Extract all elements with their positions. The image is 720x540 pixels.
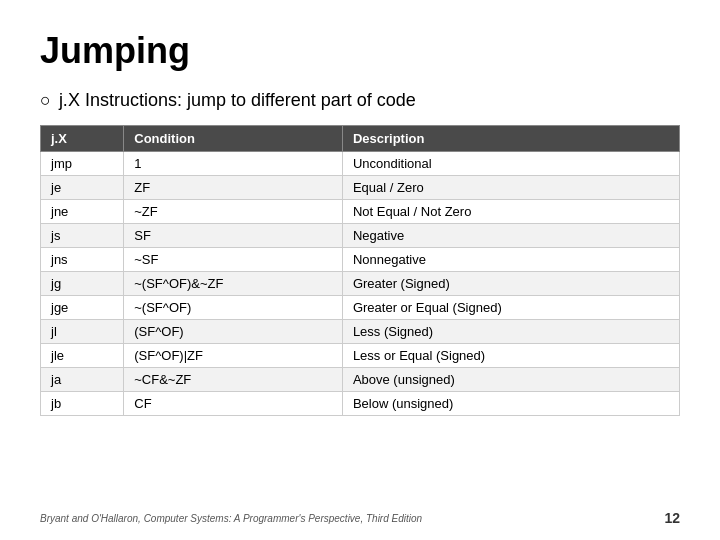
table-row: jg~(SF^OF)&~ZFGreater (Signed) xyxy=(41,272,680,296)
table-cell: (SF^OF) xyxy=(124,320,343,344)
table-cell: Nonnegative xyxy=(342,248,679,272)
table-cell: jb xyxy=(41,392,124,416)
table-cell: Above (unsigned) xyxy=(342,368,679,392)
table-cell: SF xyxy=(124,224,343,248)
table-cell: jge xyxy=(41,296,124,320)
table-cell: ~SF xyxy=(124,248,343,272)
jump-table: j.X Condition Description jmp1Unconditio… xyxy=(40,125,680,416)
table-cell: Greater (Signed) xyxy=(342,272,679,296)
footer-page-number: 12 xyxy=(664,510,680,526)
table-row: jbCFBelow (unsigned) xyxy=(41,392,680,416)
col-header-description: Description xyxy=(342,126,679,152)
table-cell: ~CF&~ZF xyxy=(124,368,343,392)
table-row: jeZFEqual / Zero xyxy=(41,176,680,200)
table-cell: 1 xyxy=(124,152,343,176)
table-cell: Below (unsigned) xyxy=(342,392,679,416)
table-cell: Not Equal / Not Zero xyxy=(342,200,679,224)
subtitle-text: j.X Instructions: jump to different part… xyxy=(59,90,416,111)
table-row: jne~ZFNot Equal / Not Zero xyxy=(41,200,680,224)
footer-citation: Bryant and O'Hallaron, Computer Systems:… xyxy=(40,513,422,524)
table-cell: Less or Equal (Signed) xyxy=(342,344,679,368)
table-header-row: j.X Condition Description xyxy=(41,126,680,152)
table-cell: Greater or Equal (Signed) xyxy=(342,296,679,320)
table-cell: jns xyxy=(41,248,124,272)
table-row: jl(SF^OF)Less (Signed) xyxy=(41,320,680,344)
table-cell: (SF^OF)|ZF xyxy=(124,344,343,368)
table-cell: CF xyxy=(124,392,343,416)
table-cell: ~ZF xyxy=(124,200,343,224)
table-row: jle(SF^OF)|ZFLess or Equal (Signed) xyxy=(41,344,680,368)
table-row: ja~CF&~ZFAbove (unsigned) xyxy=(41,368,680,392)
table-cell: jmp xyxy=(41,152,124,176)
table-cell: ja xyxy=(41,368,124,392)
table-cell: Unconditional xyxy=(342,152,679,176)
table-cell: ZF xyxy=(124,176,343,200)
col-header-jx: j.X xyxy=(41,126,124,152)
table-cell: Negative xyxy=(342,224,679,248)
bullet-icon: ○ xyxy=(40,90,51,111)
table-row: jmp1Unconditional xyxy=(41,152,680,176)
subtitle: ○ j.X Instructions: jump to different pa… xyxy=(40,90,680,111)
table-row: jsSFNegative xyxy=(41,224,680,248)
table-cell: jle xyxy=(41,344,124,368)
footer: Bryant and O'Hallaron, Computer Systems:… xyxy=(40,510,680,526)
table-cell: ~(SF^OF)&~ZF xyxy=(124,272,343,296)
page: Jumping ○ j.X Instructions: jump to diff… xyxy=(0,0,720,540)
page-title: Jumping xyxy=(40,30,680,72)
table-cell: jg xyxy=(41,272,124,296)
table-row: jge~(SF^OF)Greater or Equal (Signed) xyxy=(41,296,680,320)
col-header-condition: Condition xyxy=(124,126,343,152)
table-cell: jl xyxy=(41,320,124,344)
table-cell: Equal / Zero xyxy=(342,176,679,200)
table-cell: js xyxy=(41,224,124,248)
table-cell: je xyxy=(41,176,124,200)
table-cell: Less (Signed) xyxy=(342,320,679,344)
table-cell: ~(SF^OF) xyxy=(124,296,343,320)
table-cell: jne xyxy=(41,200,124,224)
table-row: jns~SFNonnegative xyxy=(41,248,680,272)
